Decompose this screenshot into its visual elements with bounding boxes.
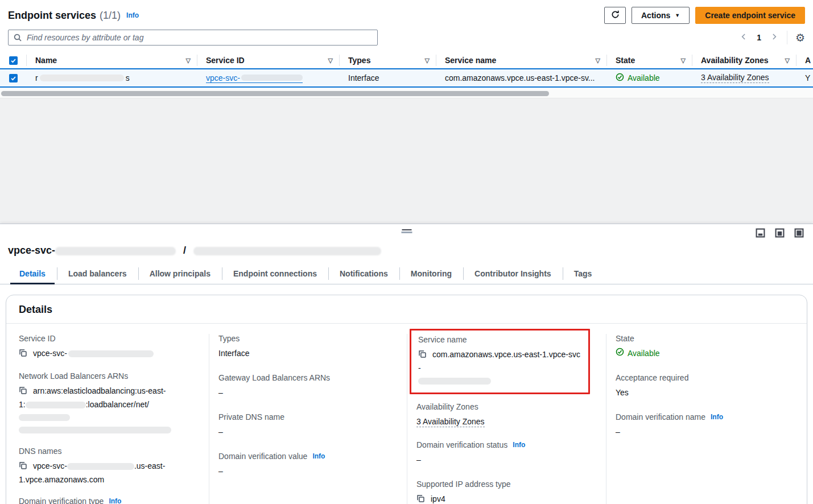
header-info-link[interactable]: Info (126, 11, 139, 19)
copy-icon[interactable] (416, 494, 425, 504)
search-icon (13, 33, 22, 44)
tab-tags[interactable]: Tags (563, 266, 604, 284)
field-domain-verification-name: Domain verification name Info – (616, 412, 798, 438)
refresh-icon (610, 10, 620, 21)
sort-icon[interactable]: ▽ (596, 57, 600, 64)
table-toolbar: 1 ⚙ (0, 24, 813, 46)
field-dns-names: DNS names vpce-svc-.us-east- 1.vpce.amaz… (19, 447, 200, 486)
cell-availability-zones: 3 Availability Zones (692, 69, 797, 86)
field-gwlb-arns: Gateway Load Balancers ARNs – (218, 373, 398, 399)
field-service-id: Service ID vpce-svc- (19, 334, 200, 361)
page-header: Endpoint services (1/1) Info Actions ▼ C… (0, 0, 813, 24)
cell-acceptance: Y (797, 69, 813, 86)
row-checkbox[interactable] (9, 74, 18, 82)
scrollbar-thumb[interactable] (1, 91, 549, 96)
resource-counter: (1/1) (100, 10, 121, 22)
column-header-service-name[interactable]: Service name ▽ (436, 52, 607, 68)
redacted-value (67, 463, 134, 470)
chevron-right-icon (770, 33, 778, 42)
redacted-service-name (193, 247, 381, 255)
details-column-2: Types Interface Gateway Load Balancers A… (209, 334, 407, 504)
panel-position-full-icon[interactable] (794, 228, 804, 238)
tab-monitoring[interactable]: Monitoring (399, 266, 463, 284)
field-domain-verification-type: Domain verification type Info – (19, 497, 200, 504)
panel-position-comfortable-icon[interactable] (775, 228, 785, 238)
page-title: Endpoint services (8, 10, 96, 22)
search-box (8, 30, 378, 46)
redacted-value (418, 378, 491, 385)
field-private-dns-name: Private DNS name – (218, 412, 398, 438)
tab-notifications[interactable]: Notifications (328, 266, 399, 284)
toolbar-divider (787, 31, 787, 44)
status-success-icon (616, 73, 624, 83)
column-header-types[interactable]: Types ▽ (340, 52, 436, 68)
field-types: Types Interface (218, 334, 398, 360)
copy-icon[interactable] (19, 348, 27, 361)
preferences-gear-icon[interactable]: ⚙ (795, 32, 805, 43)
sort-icon[interactable]: ▽ (186, 57, 191, 64)
actions-button-label: Actions (641, 11, 670, 20)
copy-icon[interactable] (19, 386, 27, 398)
service-id-link[interactable]: vpce-svc- (206, 73, 303, 83)
sort-icon[interactable]: ▽ (681, 57, 686, 64)
cell-types: Interface (340, 69, 436, 86)
info-link[interactable]: Info (109, 497, 121, 504)
redacted-name (40, 75, 124, 81)
tab-load-balancers[interactable]: Load balancers (57, 266, 138, 284)
details-column-1: Service ID vpce-svc- Network Load Balanc… (6, 334, 209, 504)
tab-endpoint-connections[interactable]: Endpoint connections (222, 266, 328, 284)
search-input[interactable] (8, 30, 378, 46)
redacted-service-id (55, 247, 176, 255)
tab-allow-principals[interactable]: Allow principals (138, 266, 222, 284)
field-service-name: Service name com.amazonaws.vpce.us-east-… (418, 335, 581, 387)
column-header-availability-zones[interactable]: Availability Zones ▽ (692, 52, 797, 68)
sort-icon[interactable]: ▽ (425, 57, 430, 64)
table-row[interactable]: r s vpce-svc- Interface com.amazonaws.vp… (0, 68, 813, 88)
cell-state: Available (607, 69, 692, 86)
availability-zones-popover-link[interactable]: 3 Availability Zones (416, 417, 485, 427)
field-domain-verification-value: Domain verification value Info – (218, 452, 398, 477)
info-link[interactable]: Info (312, 452, 325, 460)
split-panel-drag-handle[interactable] (401, 229, 412, 233)
horizontal-scrollbar[interactable] (0, 89, 813, 98)
redacted-value (19, 427, 171, 433)
status-success-icon (616, 347, 624, 360)
details-card: Details Service ID vpce-svc- Network Loa… (6, 295, 807, 504)
caret-down-icon: ▼ (675, 13, 680, 18)
details-card-heading: Details (6, 295, 807, 324)
redacted-value (19, 414, 70, 421)
info-link[interactable]: Info (711, 413, 723, 421)
column-header-name[interactable]: Name ▽ (27, 52, 197, 68)
highlight-box: Service name com.amazonaws.vpce.us-east-… (410, 329, 590, 394)
availability-zones-popover-link[interactable]: 3 Availability Zones (701, 73, 769, 83)
column-header-acceptance[interactable]: A (797, 52, 813, 68)
cell-name: r s (27, 69, 197, 86)
info-link[interactable]: Info (513, 441, 525, 449)
table-header-row: Name ▽ Service ID ▽ Types ▽ Service name… (0, 52, 813, 68)
previous-page-button[interactable] (739, 32, 749, 43)
column-header-service-id[interactable]: Service ID ▽ (197, 52, 340, 68)
field-availability-zones: Availability Zones 3 Availability Zones (416, 402, 597, 428)
next-page-button[interactable] (769, 32, 779, 43)
tab-contributor-insights[interactable]: Contributor Insights (463, 266, 563, 284)
copy-icon[interactable] (418, 349, 427, 362)
sort-icon[interactable]: ▽ (328, 57, 333, 64)
sort-icon[interactable]: ▽ (785, 57, 790, 64)
details-column-3: Service name com.amazonaws.vpce.us-east-… (407, 334, 606, 504)
create-endpoint-service-button[interactable]: Create endpoint service (695, 7, 805, 24)
copy-icon[interactable] (19, 461, 27, 473)
panel-position-controls (756, 228, 804, 238)
content-background (0, 98, 813, 224)
redacted-service-id (241, 75, 303, 81)
field-state: State Available (616, 334, 798, 360)
tab-details[interactable]: Details (8, 266, 57, 284)
endpoint-services-table: Name ▽ Service ID ▽ Types ▽ Service name… (0, 52, 813, 98)
split-panel: vpce-svc- / Details Load balancers Allow… (0, 224, 813, 504)
refresh-button[interactable] (604, 7, 626, 24)
panel-position-bottom-icon[interactable] (756, 228, 765, 238)
column-header-state[interactable]: State ▽ (607, 52, 692, 68)
field-acceptance-required: Acceptance required Yes (616, 373, 798, 399)
current-page-number[interactable]: 1 (752, 33, 766, 42)
actions-button[interactable]: Actions ▼ (632, 7, 690, 24)
select-all-checkbox[interactable] (9, 56, 18, 65)
